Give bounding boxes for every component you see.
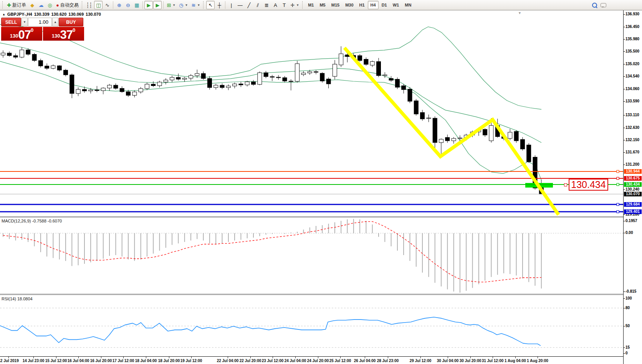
toolbar-grip[interactable] xyxy=(2,1,4,9)
buy-button[interactable]: BUY xyxy=(59,18,83,26)
volume-decrease-button[interactable]: ▼ xyxy=(22,18,28,26)
timeframe-m15-button[interactable]: M15 xyxy=(329,1,342,9)
chat-button[interactable] xyxy=(599,1,608,9)
sell-price-box[interactable]: 130 07 0 xyxy=(1,27,42,41)
axis-tick xyxy=(624,165,625,165)
axis-tick xyxy=(624,189,625,190)
cursor-button[interactable]: ↖ xyxy=(206,1,215,9)
axis-tick xyxy=(624,221,625,221)
price-axis[interactable]: 136.930136.450135.980135.500135.020134.5… xyxy=(623,10,642,364)
macd-pane[interactable] xyxy=(0,217,623,294)
clock-icon: ◷ xyxy=(179,3,183,8)
chart-window: 136.930136.450135.980135.500135.020134.5… xyxy=(0,10,642,364)
chart-shift-marker-icon[interactable]: ▼ xyxy=(518,11,521,15)
fibonacci-button[interactable]: ≣ xyxy=(262,1,271,9)
auto-scroll-button[interactable]: ▶ xyxy=(144,1,153,9)
timeframe-mn-button[interactable]: MN xyxy=(402,1,414,9)
search-button[interactable] xyxy=(590,1,599,9)
hline-anchor-handle[interactable] xyxy=(617,203,619,206)
timeframe-m5-button[interactable]: M5 xyxy=(317,1,328,9)
chevron-down-icon[interactable]: ▼ xyxy=(197,3,200,7)
line-chart-button[interactable]: ∿ xyxy=(103,1,111,9)
text-button[interactable]: A xyxy=(271,1,280,9)
timeframe-m1-button[interactable]: M1 xyxy=(305,1,316,9)
autotrade-icon: ● xyxy=(56,3,59,8)
line-chart-icon: ∿ xyxy=(105,3,109,8)
toolbar-grip[interactable] xyxy=(203,1,205,9)
horizontal-line-button[interactable]: — xyxy=(236,1,244,9)
time-tick xyxy=(515,357,516,358)
indicators-button[interactable]: ≋▼ xyxy=(190,1,202,9)
hline-anchor-handle[interactable] xyxy=(617,170,619,173)
zoom-out-button[interactable]: ⊖ xyxy=(124,1,132,9)
hline-anchor-handle[interactable] xyxy=(617,177,619,180)
chevron-down-icon[interactable]: ▼ xyxy=(172,3,175,7)
timeframe-d1-button[interactable]: D1 xyxy=(379,1,390,9)
toolbar-separator xyxy=(225,1,225,9)
vertical-line-button[interactable]: | xyxy=(227,1,235,9)
buy-price-box[interactable]: 130 37 0 xyxy=(43,27,84,41)
timeframe-h4-button[interactable]: H4 xyxy=(368,1,379,9)
rsi-indicator-label: RSI(14) 18.0804 xyxy=(2,296,33,301)
timeframe-m30-button[interactable]: M30 xyxy=(343,1,356,9)
chart-shift-button[interactable]: ▶ xyxy=(153,1,162,9)
time-tick xyxy=(365,357,365,358)
text-label-button[interactable]: T xyxy=(280,1,288,9)
axis-price-label: 130.240 xyxy=(625,187,639,191)
autotrading-button[interactable]: ●自动交易 xyxy=(55,1,80,9)
collapse-arrow-icon[interactable]: ▲ xyxy=(2,13,5,16)
axis-tick xyxy=(624,353,625,354)
timeframe-w1-button[interactable]: W1 xyxy=(390,1,402,9)
symbol-info-bar[interactable]: ▲ GBPJPY-,H4 130.339 130.620 130.069 130… xyxy=(2,12,101,16)
time-tick xyxy=(340,357,341,358)
volume-increase-button[interactable]: ▲ xyxy=(52,18,58,26)
time-axis[interactable]: 12 Jul 201914 Jul 23:0015 Jul 12:0016 Ju… xyxy=(0,356,623,364)
tile-windows-button[interactable]: ▦ xyxy=(132,1,141,9)
zoom-out-icon: ⊖ xyxy=(126,3,130,8)
news-button[interactable]: ◆ xyxy=(28,1,36,9)
trendline-button[interactable]: ╱ xyxy=(245,1,253,9)
axis-tick xyxy=(624,214,625,215)
axis-price-label: 0.00 xyxy=(625,231,633,235)
toolbar: ✚新订单◆☁◎●自动交易┆┆◫∿⊕⊖▦▶▶⊞▼◷▼≋▼↖┼|—╱⫽≣AT✛▼M1… xyxy=(0,0,642,10)
arrows-button[interactable]: ✛▼ xyxy=(289,1,301,9)
sell-button[interactable]: SELL xyxy=(1,18,21,26)
axis-price-label: 0 xyxy=(625,351,628,355)
rsi-pane[interactable] xyxy=(0,295,623,356)
toolbar-grip[interactable] xyxy=(82,1,83,9)
axis-tick xyxy=(624,140,625,140)
new-chart-icon: ⊞ xyxy=(167,3,171,8)
crosshair-button[interactable]: ┼ xyxy=(215,1,223,9)
signals-button[interactable]: ◎ xyxy=(46,1,54,9)
community-button[interactable]: ☁ xyxy=(37,1,45,9)
chevron-down-icon[interactable]: ▼ xyxy=(185,3,188,7)
axis-price-label: -0.815 xyxy=(625,289,636,293)
buy-price-prefix: 130 xyxy=(52,33,60,39)
time-tick xyxy=(493,357,493,358)
axis-price-label: 135.020 xyxy=(625,62,639,66)
new-order-button[interactable]: ✚新订单 xyxy=(5,1,28,9)
callout-anchor-handle[interactable] xyxy=(564,183,567,186)
hline-anchor-handle[interactable] xyxy=(617,183,619,186)
channel-button[interactable]: ⫽ xyxy=(253,1,262,9)
toolbar-separator xyxy=(113,1,113,9)
time-tick xyxy=(123,357,124,358)
new-chart-button[interactable]: ⊞▼ xyxy=(165,1,177,9)
price-badge: 129.401 xyxy=(624,209,642,214)
time-label: 28 Jul 23:00 xyxy=(377,359,399,363)
axis-tick xyxy=(624,64,625,64)
chevron-down-icon[interactable]: ▼ xyxy=(296,3,299,7)
toolbar-grip[interactable] xyxy=(302,1,304,9)
period-button[interactable]: ◷▼ xyxy=(177,1,189,9)
price-callout-label[interactable]: 130.434 xyxy=(569,179,608,191)
zoom-in-button[interactable]: ⊕ xyxy=(115,1,123,9)
timeframe-h1-button[interactable]: H1 xyxy=(357,1,367,9)
bar-chart-button[interactable]: ┆┆ xyxy=(85,1,94,9)
axis-tick xyxy=(624,115,625,115)
volume-input[interactable] xyxy=(28,18,52,26)
candlestick-chart-button[interactable]: ◫ xyxy=(94,1,103,9)
main-chart-pane[interactable] xyxy=(0,11,623,216)
time-label: 19 Jul 12:00 xyxy=(180,359,202,363)
chart-shift-icon: ▶ xyxy=(156,3,159,8)
hline-anchor-handle[interactable] xyxy=(617,211,619,213)
